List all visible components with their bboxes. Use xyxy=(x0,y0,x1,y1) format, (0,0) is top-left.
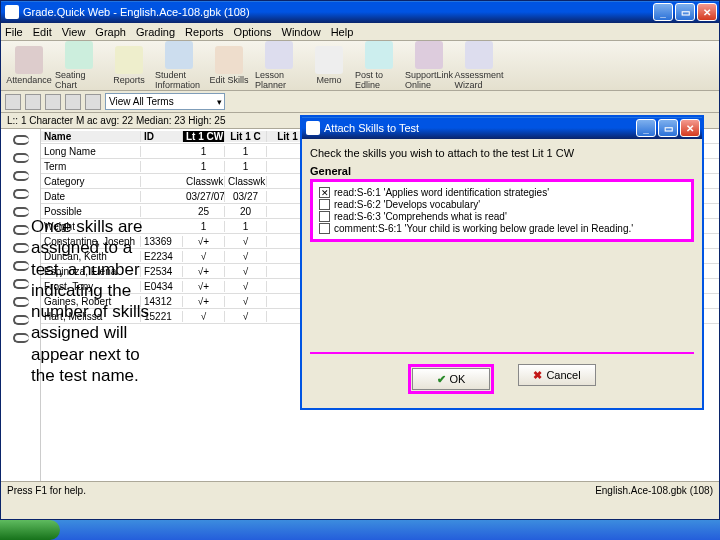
main-title: Grade.Quick Web - English.Ace-108.gbk (1… xyxy=(23,6,250,18)
dialog-maximize-button[interactable]: ▭ xyxy=(658,119,678,137)
cell-name: Category xyxy=(41,176,141,187)
cell-val: √ xyxy=(225,281,267,292)
checkbox[interactable] xyxy=(319,223,330,234)
stats-text: L:: 1 Character M ac avg: 22 Median: 23 … xyxy=(7,115,225,126)
toolbar-label: Attendance xyxy=(6,75,52,85)
tool-icon-2[interactable] xyxy=(45,94,61,110)
toolbar-label: Reports xyxy=(113,75,145,85)
dialog-title: Attach Skills to Test xyxy=(324,122,419,134)
menu-options[interactable]: Options xyxy=(234,26,272,38)
toolbar-assessment-wizard[interactable]: Assessment Wizard xyxy=(455,41,503,90)
ok-label: OK xyxy=(450,373,466,385)
view-combo[interactable]: View All Terms xyxy=(105,93,225,110)
toolbar-reports[interactable]: Reports xyxy=(105,46,153,85)
menu-grading[interactable]: Grading xyxy=(136,26,175,38)
dialog-instruction: Check the skills you wish to attach to t… xyxy=(310,147,694,159)
menu-window[interactable]: Window xyxy=(282,26,321,38)
cell-val: 1 xyxy=(183,221,225,232)
cancel-button[interactable]: ✖Cancel xyxy=(518,364,596,386)
menu-help[interactable]: Help xyxy=(331,26,354,38)
cell-val: 20 xyxy=(225,206,267,217)
toolbar-attendance[interactable]: Attendance xyxy=(5,46,53,85)
main-toolbar: AttendanceSeating ChartReportsStudent In… xyxy=(1,41,719,91)
dialog-minimize-button[interactable]: _ xyxy=(636,119,656,137)
checkbox[interactable]: ✕ xyxy=(319,187,330,198)
toolbar-student-information[interactable]: Student Information xyxy=(155,41,203,90)
cell-val: √ xyxy=(183,251,225,262)
status-right: English.Ace-108.gbk (108) xyxy=(595,485,713,496)
cell-val: √ xyxy=(183,311,225,322)
skill-row[interactable]: read:S-6:3 'Comprehends what is read' xyxy=(319,211,685,222)
cancel-label: Cancel xyxy=(546,369,580,381)
check-icon: ✔ xyxy=(437,373,446,386)
tool-icon-4[interactable] xyxy=(85,94,101,110)
toolbar-supportlink-online[interactable]: SupportLink Online xyxy=(405,41,453,90)
menu-reports[interactable]: Reports xyxy=(185,26,224,38)
minimize-button[interactable]: _ xyxy=(653,3,673,21)
toolbar-edit-skills[interactable]: Edit Skills xyxy=(205,46,253,85)
menubar: File Edit View Graph Grading Reports Opt… xyxy=(1,23,719,41)
skill-text: comment:S-6:1 'Your child is working bel… xyxy=(334,223,633,234)
cell-name: Long Name xyxy=(41,146,141,157)
attach-skills-dialog: Attach Skills to Test _ ▭ ✕ Check the sk… xyxy=(300,115,704,410)
toolbar-post-to-edline[interactable]: Post to Edline xyxy=(355,41,403,90)
cell-name: Date xyxy=(41,191,141,202)
menu-edit[interactable]: Edit xyxy=(33,26,52,38)
menu-view[interactable]: View xyxy=(62,26,86,38)
toolbar-label: Post to Edline xyxy=(355,70,403,90)
col-header[interactable]: ID xyxy=(141,131,183,142)
menu-graph[interactable]: Graph xyxy=(95,26,126,38)
col-header[interactable]: Lt 1 CW xyxy=(183,131,225,142)
cell-val: 1 xyxy=(225,161,267,172)
secondary-toolbar: View All Terms xyxy=(1,91,719,113)
cell-val: √ xyxy=(225,296,267,307)
taskbar xyxy=(0,520,720,540)
col-header[interactable]: Lit 1 C xyxy=(225,131,267,142)
toolbar-icon xyxy=(415,41,443,69)
menu-file[interactable]: File xyxy=(5,26,23,38)
start-button[interactable] xyxy=(0,520,60,540)
cell-val: 1 xyxy=(225,146,267,157)
col-header[interactable]: Name xyxy=(41,131,141,142)
skill-row[interactable]: comment:S-6:1 'Your child is working bel… xyxy=(319,223,685,234)
status-bar: Press F1 for help. English.Ace-108.gbk (… xyxy=(1,481,719,499)
skill-text: read:S-6:3 'Comprehends what is read' xyxy=(334,211,507,222)
cell-val: 1 xyxy=(183,146,225,157)
print-icon[interactable] xyxy=(5,94,21,110)
toolbar-memo[interactable]: Memo xyxy=(305,46,353,85)
skill-row[interactable]: read:S-6:2 'Develops vocabulary' xyxy=(319,199,685,210)
checkbox[interactable] xyxy=(319,211,330,222)
maximize-button[interactable]: ▭ xyxy=(675,3,695,21)
x-icon: ✖ xyxy=(533,369,542,382)
toolbar-icon xyxy=(65,41,93,69)
toolbar-icon xyxy=(15,46,43,74)
cell-val: √ xyxy=(225,251,267,262)
tutorial-overlay-text: Once skills areassigned to atest, a numb… xyxy=(31,216,149,386)
dialog-close-button[interactable]: ✕ xyxy=(680,119,700,137)
dialog-body: Check the skills you wish to attach to t… xyxy=(302,139,702,408)
cell-name: Possible xyxy=(41,206,141,217)
skill-row[interactable]: ✕read:S-6:1 'Applies word identification… xyxy=(319,187,685,198)
toolbar-icon xyxy=(215,46,243,74)
tool-icon-1[interactable] xyxy=(25,94,41,110)
toolbar-label: Student Information xyxy=(155,70,203,90)
toolbar-lesson-planner[interactable]: Lesson Planner xyxy=(255,41,303,90)
close-button[interactable]: ✕ xyxy=(697,3,717,21)
checkbox[interactable] xyxy=(319,199,330,210)
skill-text: read:S-6:2 'Develops vocabulary' xyxy=(334,199,480,210)
dialog-icon xyxy=(306,121,320,135)
cell-val: 25 xyxy=(183,206,225,217)
toolbar-seating-chart[interactable]: Seating Chart xyxy=(55,41,103,90)
toolbar-icon xyxy=(365,41,393,69)
cell-name: Term xyxy=(41,161,141,172)
toolbar-icon xyxy=(265,41,293,69)
toolbar-label: Memo xyxy=(316,75,341,85)
ok-button[interactable]: ✔OK xyxy=(412,368,490,390)
tool-icon-3[interactable] xyxy=(65,94,81,110)
cell-val: √+ xyxy=(183,281,225,292)
dialog-titlebar: Attach Skills to Test _ ▭ ✕ xyxy=(302,117,702,139)
cell-val: 1 xyxy=(225,221,267,232)
skills-highlight-box: ✕read:S-6:1 'Applies word identification… xyxy=(310,179,694,242)
skill-text: read:S-6:1 'Applies word identification … xyxy=(334,187,549,198)
view-combo-value: View All Terms xyxy=(109,96,174,107)
